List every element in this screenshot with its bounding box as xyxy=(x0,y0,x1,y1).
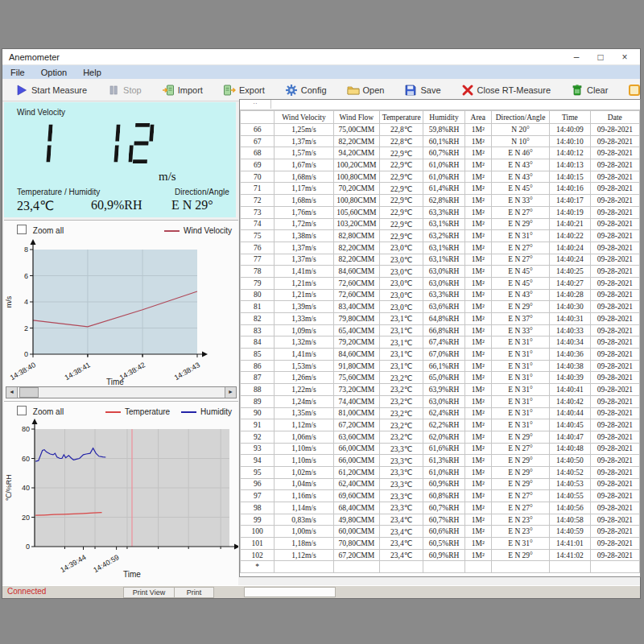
table-cell[interactable]: E N 43° xyxy=(491,289,549,301)
table-cell[interactable]: 1,37m/s xyxy=(275,254,333,266)
table-cell[interactable]: 14:40:47 xyxy=(550,431,590,443)
table-cell[interactable]: 09-28-2021 xyxy=(590,372,639,384)
table-cell[interactable]: 94,20CMM xyxy=(333,147,379,159)
table-cell[interactable]: 09-28-2021 xyxy=(590,277,639,289)
table-cell[interactable]: 75,00CMM xyxy=(333,124,379,136)
table-cell[interactable]: 90 xyxy=(241,407,275,419)
table-cell[interactable]: 1M² xyxy=(464,171,491,183)
table-cell[interactable]: 14:40:53 xyxy=(550,478,590,490)
table-cell[interactable]: E N 31° xyxy=(491,230,549,242)
table-cell[interactable]: 23,4℃ xyxy=(380,549,423,561)
scrollbar-thumb[interactable] xyxy=(19,387,39,398)
table-cell[interactable]: 63,2%RH xyxy=(423,230,464,242)
table-cell[interactable]: 63,6%RH xyxy=(423,301,464,313)
zoom-all-checkbox-2[interactable] xyxy=(17,406,27,415)
table-cell[interactable]: 14:40:27 xyxy=(550,277,590,289)
table-cell[interactable]: 61,3%RH xyxy=(423,455,464,467)
table-cell[interactable]: 103,20CMM xyxy=(333,218,379,230)
table-cell[interactable]: 88 xyxy=(241,384,275,396)
table-cell[interactable]: 60,00CMM xyxy=(333,526,379,538)
table-cell[interactable]: 23,2℃ xyxy=(380,407,423,419)
table-cell[interactable]: 14:40:55 xyxy=(550,490,590,502)
table-cell[interactable]: 22,9℃ xyxy=(380,159,423,171)
table-corner-cell[interactable]: ·· xyxy=(240,100,271,109)
table-cell[interactable]: E N 31° xyxy=(491,407,549,419)
table-cell[interactable]: 1,33m/s xyxy=(275,313,333,325)
table-cell[interactable]: 93 xyxy=(241,443,275,455)
column-header-wind-velocity[interactable]: Wind Velocity xyxy=(275,111,333,124)
table-cell[interactable]: 1,39m/s xyxy=(275,301,333,313)
table-cell[interactable]: 1M² xyxy=(464,324,491,336)
table-cell[interactable]: 1,72m/s xyxy=(275,218,333,230)
table-cell[interactable]: 96 xyxy=(241,478,275,490)
table-cell[interactable]: 63,0%RH xyxy=(423,395,464,407)
table-cell[interactable]: E N 29° xyxy=(491,549,549,561)
table-cell[interactable]: 14:41:01 xyxy=(550,538,590,550)
table-cell[interactable]: 23,1℃ xyxy=(380,349,423,361)
table-cell[interactable]: 1M² xyxy=(464,490,491,502)
table-cell[interactable]: 68,40CMM xyxy=(333,502,379,514)
close-rt-measure-button[interactable]: Close RT-Measure xyxy=(461,84,551,97)
table-cell[interactable]: 1M² xyxy=(464,336,491,349)
table-cell[interactable]: 1,38m/s xyxy=(275,230,333,242)
maximize-button[interactable]: □ xyxy=(588,50,613,64)
table-cell[interactable]: 1M² xyxy=(464,206,491,218)
table-cell[interactable]: E N 37° xyxy=(491,313,549,325)
table-cell[interactable]: 59,8%RH xyxy=(423,124,464,136)
table-cell[interactable]: 14:40:58 xyxy=(550,514,590,526)
table-cell[interactable]: 23,3℃ xyxy=(380,502,423,514)
table-cell[interactable]: 1,17m/s xyxy=(275,183,333,195)
table-cell[interactable]: 67,20CMM xyxy=(333,419,379,431)
table-cell[interactable]: 1,35m/s xyxy=(275,407,333,419)
table-cell[interactable]: 14:40:59 xyxy=(550,526,590,538)
table-cell[interactable]: 1M² xyxy=(464,277,491,289)
table-cell[interactable]: 1M² xyxy=(464,349,491,361)
table-cell[interactable]: 70,20CMM xyxy=(333,183,379,195)
table-cell[interactable] xyxy=(464,561,491,573)
table-cell[interactable]: N 20° xyxy=(491,124,549,136)
table-cell[interactable]: 105,60CMM xyxy=(333,206,379,218)
scroll-right-arrow-icon[interactable]: ► xyxy=(225,387,236,398)
table-cell[interactable]: 1,10m/s xyxy=(275,443,333,455)
menu-item-file[interactable]: File xyxy=(10,68,25,77)
table-cell[interactable]: 09-28-2021 xyxy=(590,135,639,147)
table-cell[interactable]: 23,0℃ xyxy=(380,289,423,301)
table-cell[interactable]: 23,1℃ xyxy=(380,336,423,349)
table-cell[interactable]: 23,2℃ xyxy=(380,419,423,431)
table-cell[interactable]: 14:40:24 xyxy=(550,242,590,254)
stop-button[interactable]: Stop xyxy=(107,84,142,97)
table-cell[interactable]: 65,0%RH xyxy=(423,372,464,384)
table-cell[interactable]: 69,60CMM xyxy=(333,490,379,502)
table-cell[interactable]: 75 xyxy=(241,230,275,242)
table-cell[interactable]: 09-28-2021 xyxy=(590,502,639,514)
table-cell[interactable]: 09-28-2021 xyxy=(590,431,639,443)
table-cell[interactable]: E N 29° xyxy=(491,301,549,313)
table-cell[interactable]: E N 29° xyxy=(491,431,549,443)
table-cell[interactable]: 60,7%RH xyxy=(423,502,464,514)
table-cell[interactable]: 09-28-2021 xyxy=(590,360,639,372)
table-cell[interactable]: 72,60CMM xyxy=(333,289,379,301)
import-button[interactable]: Import xyxy=(162,84,203,97)
table-cell[interactable]: E N 29° xyxy=(491,218,549,230)
table-cell[interactable]: 1,16m/s xyxy=(275,490,333,502)
table-cell[interactable]: 09-28-2021 xyxy=(590,336,639,349)
table-cell[interactable]: 14:40:41 xyxy=(550,384,590,396)
table-cell[interactable]: 1,41m/s xyxy=(275,349,333,361)
table-cell[interactable]: 67,20CMM xyxy=(333,549,379,561)
table-cell[interactable]: 60,8%RH xyxy=(423,490,464,502)
column-header-time[interactable]: Time xyxy=(550,111,590,124)
table-cell[interactable]: 1,32m/s xyxy=(275,336,333,349)
table-cell[interactable]: 23,2℃ xyxy=(380,384,423,396)
table-cell[interactable]: 09-28-2021 xyxy=(590,266,639,278)
zoom-all-checkbox-1[interactable] xyxy=(17,225,27,234)
table-cell[interactable]: 73 xyxy=(241,206,275,218)
table-cell[interactable]: 66 xyxy=(241,124,275,136)
table-cell[interactable]: 1,25m/s xyxy=(275,124,333,136)
table-cell[interactable]: 84 xyxy=(241,336,275,349)
table-cell[interactable]: 23,3℃ xyxy=(380,466,423,478)
table-cell[interactable]: 09-28-2021 xyxy=(590,313,639,325)
table-cell[interactable]: 23,4℃ xyxy=(380,514,423,526)
table-cell[interactable]: E N 45° xyxy=(491,266,549,278)
table-cell[interactable]: 23,4℃ xyxy=(380,538,423,550)
table-cell[interactable]: 23,3℃ xyxy=(380,478,423,490)
